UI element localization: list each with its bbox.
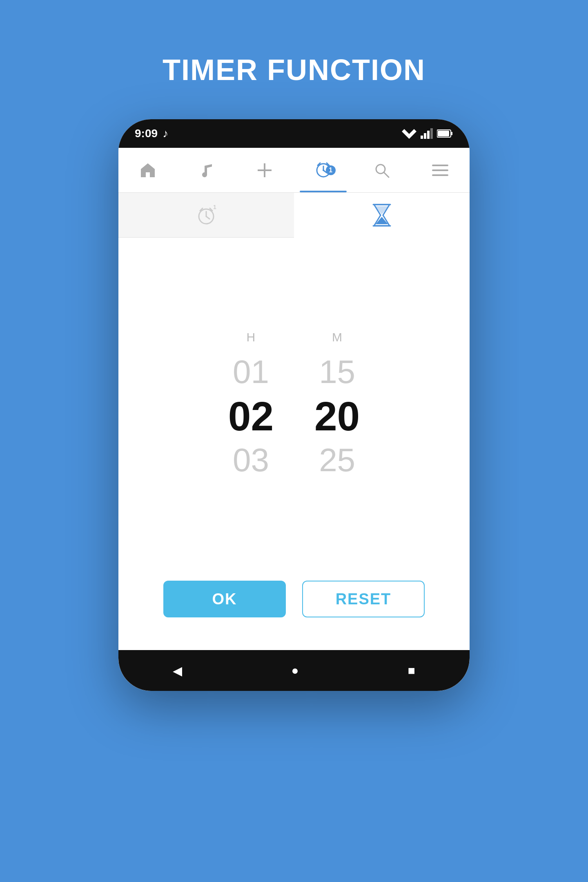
nav-item-music[interactable] <box>177 148 235 192</box>
minutes-column[interactable]: M 15 20 25 <box>314 330 360 480</box>
alarm-subtab-icon: 1 <box>195 204 217 226</box>
svg-rect-1 <box>421 136 423 139</box>
svg-line-21 <box>206 216 209 219</box>
svg-line-15 <box>384 172 389 177</box>
status-time: 9:09 ♪ <box>135 127 168 140</box>
svg-rect-2 <box>424 133 426 139</box>
signal-icon <box>421 128 433 139</box>
svg-rect-4 <box>430 128 433 139</box>
minutes-label: M <box>332 330 342 344</box>
minutes-next[interactable]: 25 <box>319 441 355 480</box>
hours-current[interactable]: 02 <box>228 392 274 441</box>
status-icons <box>402 128 453 139</box>
wifi-icon <box>402 128 416 139</box>
home-button[interactable]: ● <box>291 664 298 677</box>
bottom-nav-bar: ◀ ● ■ <box>118 650 470 691</box>
svg-rect-16 <box>432 165 448 166</box>
clock-time: 9:09 <box>135 127 158 140</box>
page-title: TIMER FUNCTION <box>163 53 425 87</box>
music-note-icon <box>199 162 214 179</box>
music-icon: ♪ <box>163 127 168 140</box>
alarm-badge: 1 <box>326 165 336 175</box>
recent-button[interactable]: ■ <box>408 664 415 677</box>
hours-label: H <box>247 330 256 344</box>
svg-rect-18 <box>432 174 448 176</box>
svg-rect-17 <box>432 169 448 171</box>
battery-icon <box>437 129 453 138</box>
add-icon <box>256 162 273 179</box>
search-icon <box>374 162 390 178</box>
timer-subtab-icon <box>371 203 393 227</box>
hours-column[interactable]: H 01 02 03 <box>228 330 274 480</box>
menu-icon <box>432 164 448 177</box>
top-nav: 1 <box>118 148 470 193</box>
svg-text:1: 1 <box>213 204 216 210</box>
phone-shell: 9:09 ♪ <box>118 119 470 691</box>
svg-rect-3 <box>427 131 430 139</box>
ok-button[interactable]: OK <box>163 581 286 617</box>
status-bar: 9:09 ♪ <box>118 119 470 148</box>
minutes-prev[interactable]: 15 <box>319 352 355 392</box>
home-icon <box>139 162 156 179</box>
reset-button[interactable]: RESET <box>302 581 425 617</box>
sub-tab-timer[interactable] <box>294 193 470 238</box>
sub-tabs: 1 <box>118 193 470 238</box>
nav-item-search[interactable] <box>352 148 411 192</box>
svg-rect-6 <box>451 132 452 135</box>
hours-next[interactable]: 03 <box>233 441 269 480</box>
nav-item-home[interactable] <box>118 148 177 192</box>
svg-rect-7 <box>438 131 449 136</box>
minutes-current[interactable]: 20 <box>314 392 360 441</box>
nav-item-menu[interactable] <box>411 148 470 192</box>
nav-item-alarm[interactable]: 1 <box>294 148 352 192</box>
sub-tab-alarm[interactable]: 1 <box>118 193 294 238</box>
back-button[interactable]: ◀ <box>173 664 182 678</box>
svg-point-13 <box>323 169 324 171</box>
nav-item-add[interactable] <box>236 148 294 192</box>
time-picker: H 01 02 03 M 15 20 25 <box>228 330 360 480</box>
timer-content: H 01 02 03 M 15 20 25 <box>118 238 470 564</box>
hours-prev[interactable]: 01 <box>233 352 269 392</box>
timer-buttons: OK RESET <box>118 564 470 650</box>
svg-marker-0 <box>402 129 416 139</box>
